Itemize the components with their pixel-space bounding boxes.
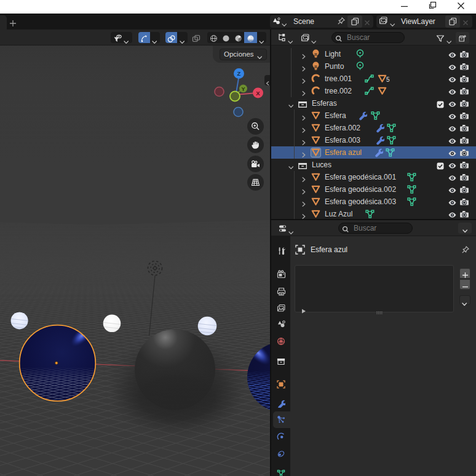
svg-text:Y: Y xyxy=(241,86,245,92)
svg-text:X: X xyxy=(256,90,260,97)
svg-text:Z: Z xyxy=(237,70,241,77)
